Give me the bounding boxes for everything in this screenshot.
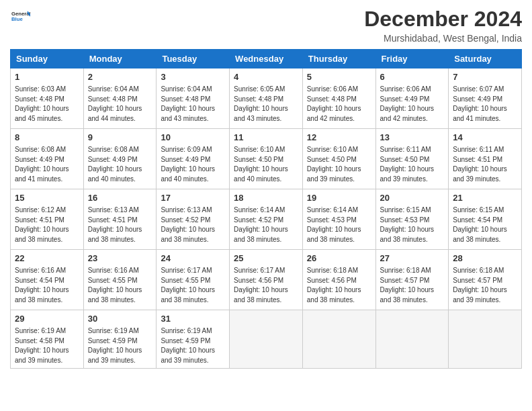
day-info: Sunrise: 6:19 AMSunset: 4:58 PMDaylight:… (15, 326, 79, 365)
day-number: 23 (88, 253, 152, 265)
day-info: Sunrise: 6:13 AMSunset: 4:51 PMDaylight:… (88, 205, 152, 244)
day-number: 7 (453, 71, 517, 83)
day-info: Sunrise: 6:04 AMSunset: 4:48 PMDaylight:… (88, 85, 152, 124)
day-number: 13 (380, 132, 445, 144)
day-info: Sunrise: 6:19 AMSunset: 4:59 PMDaylight:… (88, 326, 152, 365)
day-info: Sunrise: 6:17 AMSunset: 4:55 PMDaylight:… (161, 266, 225, 305)
day-number: 8 (15, 132, 79, 144)
day-info: Sunrise: 6:10 AMSunset: 4:50 PMDaylight:… (234, 145, 298, 184)
day-number: 24 (161, 253, 225, 265)
calendar-cell: 15Sunrise: 6:12 AMSunset: 4:51 PMDayligh… (11, 189, 84, 250)
calendar-cell: 3Sunrise: 6:04 AMSunset: 4:48 PMDaylight… (157, 68, 230, 129)
day-info: Sunrise: 6:18 AMSunset: 4:57 PMDaylight:… (380, 266, 445, 305)
calendar-cell: 27Sunrise: 6:18 AMSunset: 4:57 PMDayligh… (375, 250, 449, 310)
day-info: Sunrise: 6:03 AMSunset: 4:48 PMDaylight:… (15, 85, 79, 124)
weekday-header-saturday: Saturday (449, 50, 522, 68)
calendar-week-1: 1Sunrise: 6:03 AMSunset: 4:48 PMDaylight… (11, 68, 522, 129)
day-number: 10 (161, 132, 225, 144)
calendar-cell: 7Sunrise: 6:07 AMSunset: 4:49 PMDaylight… (449, 68, 522, 129)
day-number: 28 (453, 253, 517, 265)
calendar-cell: 29Sunrise: 6:19 AMSunset: 4:58 PMDayligh… (11, 310, 84, 369)
weekday-header-tuesday: Tuesday (157, 50, 230, 68)
day-info: Sunrise: 6:17 AMSunset: 4:56 PMDaylight:… (234, 266, 298, 305)
day-info: Sunrise: 6:18 AMSunset: 4:57 PMDaylight:… (453, 266, 517, 305)
calendar-cell: 8Sunrise: 6:08 AMSunset: 4:49 PMDaylight… (11, 129, 84, 189)
day-info: Sunrise: 6:12 AMSunset: 4:51 PMDaylight:… (15, 205, 79, 244)
day-number: 9 (88, 132, 152, 144)
day-number: 1 (15, 71, 79, 83)
day-info: Sunrise: 6:05 AMSunset: 4:48 PMDaylight:… (234, 85, 298, 124)
day-number: 3 (161, 71, 225, 83)
calendar-cell: 17Sunrise: 6:13 AMSunset: 4:52 PMDayligh… (157, 189, 230, 250)
day-number: 31 (161, 313, 225, 325)
calendar-cell: 6Sunrise: 6:06 AMSunset: 4:49 PMDaylight… (375, 68, 449, 129)
day-number: 14 (453, 132, 517, 144)
calendar-cell: 23Sunrise: 6:16 AMSunset: 4:55 PMDayligh… (83, 250, 157, 310)
day-number: 20 (380, 192, 445, 204)
calendar-cell: 4Sunrise: 6:05 AMSunset: 4:48 PMDaylight… (230, 68, 303, 129)
day-number: 17 (161, 192, 225, 204)
day-number: 12 (307, 132, 371, 144)
day-number: 26 (307, 253, 371, 265)
calendar-cell: 14Sunrise: 6:11 AMSunset: 4:51 PMDayligh… (449, 129, 522, 189)
weekday-header-thursday: Thursday (302, 50, 375, 68)
weekday-header-wednesday: Wednesday (230, 50, 303, 68)
calendar-cell: 1Sunrise: 6:03 AMSunset: 4:48 PMDaylight… (11, 68, 84, 129)
calendar-cell: 20Sunrise: 6:15 AMSunset: 4:53 PMDayligh… (375, 189, 449, 250)
day-info: Sunrise: 6:07 AMSunset: 4:49 PMDaylight:… (453, 85, 517, 124)
day-info: Sunrise: 6:13 AMSunset: 4:52 PMDaylight:… (161, 205, 225, 244)
day-info: Sunrise: 6:15 AMSunset: 4:54 PMDaylight:… (453, 205, 517, 244)
calendar-cell: 21Sunrise: 6:15 AMSunset: 4:54 PMDayligh… (449, 189, 522, 250)
day-number: 22 (15, 253, 79, 265)
logo-icon: General Blue (11, 7, 30, 26)
day-number: 19 (307, 192, 371, 204)
calendar-table: SundayMondayTuesdayWednesdayThursdayFrid… (10, 49, 522, 369)
weekday-header-row: SundayMondayTuesdayWednesdayThursdayFrid… (11, 50, 522, 68)
title-area: December 2024 Murshidabad, West Bengal, … (364, 7, 522, 44)
header: General Blue December 2024 Murshidabad, … (10, 7, 522, 44)
day-number: 6 (380, 71, 445, 83)
weekday-header-friday: Friday (375, 50, 449, 68)
calendar-week-4: 22Sunrise: 6:16 AMSunset: 4:54 PMDayligh… (11, 250, 522, 310)
calendar-cell: 18Sunrise: 6:14 AMSunset: 4:52 PMDayligh… (230, 189, 303, 250)
calendar-cell: 22Sunrise: 6:16 AMSunset: 4:54 PMDayligh… (11, 250, 84, 310)
location: Murshidabad, West Bengal, India (364, 33, 522, 44)
weekday-header-sunday: Sunday (11, 50, 84, 68)
weekday-header-monday: Monday (83, 50, 157, 68)
day-number: 5 (307, 71, 371, 83)
day-number: 30 (88, 313, 152, 325)
day-info: Sunrise: 6:10 AMSunset: 4:50 PMDaylight:… (307, 145, 371, 184)
calendar-cell: 9Sunrise: 6:08 AMSunset: 4:49 PMDaylight… (83, 129, 157, 189)
day-number: 27 (380, 253, 445, 265)
svg-text:Blue: Blue (11, 16, 23, 22)
day-number: 4 (234, 71, 298, 83)
calendar-cell: 11Sunrise: 6:10 AMSunset: 4:50 PMDayligh… (230, 129, 303, 189)
calendar-cell (302, 310, 375, 369)
day-number: 25 (234, 253, 298, 265)
day-info: Sunrise: 6:11 AMSunset: 4:50 PMDaylight:… (380, 145, 445, 184)
calendar-cell: 2Sunrise: 6:04 AMSunset: 4:48 PMDaylight… (83, 68, 157, 129)
day-number: 18 (234, 192, 298, 204)
month-title: December 2024 (364, 7, 522, 32)
day-info: Sunrise: 6:08 AMSunset: 4:49 PMDaylight:… (15, 145, 79, 184)
day-number: 15 (15, 192, 79, 204)
day-info: Sunrise: 6:14 AMSunset: 4:52 PMDaylight:… (234, 205, 298, 244)
day-info: Sunrise: 6:06 AMSunset: 4:49 PMDaylight:… (380, 85, 445, 124)
calendar-week-3: 15Sunrise: 6:12 AMSunset: 4:51 PMDayligh… (11, 189, 522, 250)
day-number: 16 (88, 192, 152, 204)
calendar-cell: 12Sunrise: 6:10 AMSunset: 4:50 PMDayligh… (302, 129, 375, 189)
calendar-cell: 24Sunrise: 6:17 AMSunset: 4:55 PMDayligh… (157, 250, 230, 310)
calendar-cell: 16Sunrise: 6:13 AMSunset: 4:51 PMDayligh… (83, 189, 157, 250)
calendar-cell (449, 310, 522, 369)
day-info: Sunrise: 6:14 AMSunset: 4:53 PMDaylight:… (307, 205, 371, 244)
calendar-cell: 13Sunrise: 6:11 AMSunset: 4:50 PMDayligh… (375, 129, 449, 189)
logo: General Blue (10, 7, 30, 28)
day-info: Sunrise: 6:08 AMSunset: 4:49 PMDaylight:… (88, 145, 152, 184)
calendar-cell: 31Sunrise: 6:19 AMSunset: 4:59 PMDayligh… (157, 310, 230, 369)
calendar-cell: 26Sunrise: 6:18 AMSunset: 4:56 PMDayligh… (302, 250, 375, 310)
day-info: Sunrise: 6:06 AMSunset: 4:48 PMDaylight:… (307, 85, 371, 124)
day-info: Sunrise: 6:18 AMSunset: 4:56 PMDaylight:… (307, 266, 371, 305)
day-info: Sunrise: 6:16 AMSunset: 4:55 PMDaylight:… (88, 266, 152, 305)
calendar-cell: 28Sunrise: 6:18 AMSunset: 4:57 PMDayligh… (449, 250, 522, 310)
day-info: Sunrise: 6:16 AMSunset: 4:54 PMDaylight:… (15, 266, 79, 305)
